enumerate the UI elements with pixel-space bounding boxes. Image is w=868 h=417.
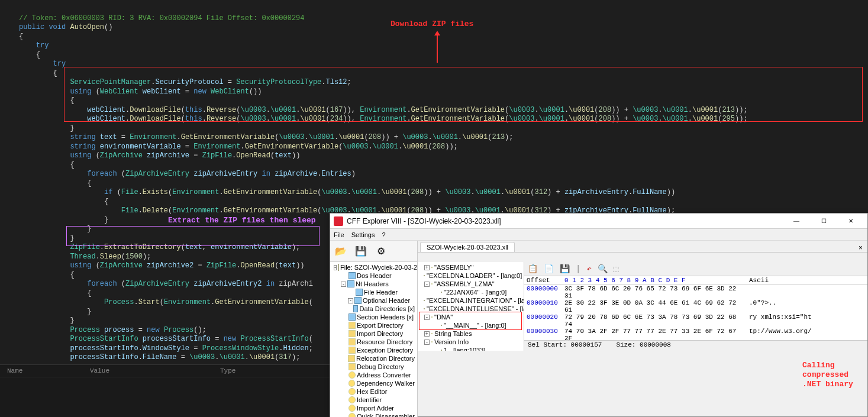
resource-item[interactable]: "__MAIN__" - [lang:0] [419,321,522,329]
titlebar[interactable]: CFF Explorer VIII - [SZOI-Wyciek-20-03-2… [330,214,867,229]
tree-item[interactable]: Data Directories [x] [331,305,416,313]
resource-item[interactable]: +String Tables [419,329,522,338]
resource-item[interactable]: +"ASSEMBLY" [419,263,522,271]
status-sel: Sel Start: 00000157 [528,341,602,350]
status-bar: Sel Start: 00000157 Size: 00000008 [524,340,867,351]
status-size: Size: 00000008 [616,341,670,350]
resource-item[interactable]: -Version Info [419,338,522,346]
tree-item[interactable]: Quick Disassembler [331,412,416,417]
tree-item[interactable]: Identifier [331,396,416,404]
pe-tree[interactable]: -File: SZOI-Wyciek-20-03-2023.xllDos Hea… [330,262,418,417]
save-icon[interactable]: 💾 [354,244,368,258]
open-icon[interactable]: 📂 [334,244,348,258]
tree-item[interactable]: Import Directory [331,329,416,338]
hex-toolbar: 📋 📄 💾 | ↶ 🔍 ⬚ [524,262,867,276]
code-comment: // Token: 0x06000003 RID: 3 RVA: 0x00002… [19,14,304,22]
hex-row[interactable]: 0000003074 70 3A 2F 2F 77 77 77 2E 77 33… [524,328,867,340]
tree-item[interactable]: Debug Directory [331,363,416,371]
tree-item[interactable]: Hex Editor [331,387,416,396]
resource-item[interactable]: "22JANX64" - [lang:0] [419,288,522,296]
paste-icon[interactable]: 📄 [544,264,554,274]
goto-icon[interactable]: ⬚ [614,264,618,274]
tree-item[interactable]: File Header [331,288,416,296]
resource-item[interactable]: "EXCELDNA.LOADER" - [lang:0] [419,271,522,280]
tree-item[interactable]: Dependency Walker [331,379,416,387]
menu-settings[interactable]: Settings [351,231,375,238]
resource-item[interactable]: -"DNA" [419,313,522,321]
resource-tree[interactable]: +"ASSEMBLY""EXCELDNA.LOADER" - [lang:0]-… [418,262,524,351]
resource-item[interactable]: -"ASSEMBLY_LZMA" [419,280,522,288]
resource-item[interactable]: "EXCELDNA.INTELLISENSE" - [lang:0] [419,305,522,313]
find-icon[interactable]: 🔍 [598,264,608,274]
app-icon [334,216,343,226]
menubar[interactable]: File Settings ? [330,229,867,241]
tree-item[interactable]: Export Directory [331,321,416,329]
annotation-download-label: Download ZIP files [391,20,473,28]
tree-item[interactable]: -Optional Header [331,296,416,305]
cff-explorer-window[interactable]: CFF Explorer VIII - [SZOI-Wyciek-20-03-2… [330,213,868,417]
hex-view[interactable]: 📋 📄 💾 | ↶ 🔍 ⬚ Offset 0 1 2 3 4 5 6 7 8 9… [524,262,867,351]
settings-icon[interactable]: ⚙ [374,244,388,258]
col-type[interactable]: Type [218,366,253,376]
col-name[interactable]: Name [5,366,88,376]
hex-row[interactable]: 000000102E 30 22 3F 3E 0D 0A 3C 44 6E 61… [524,299,867,313]
tree-item[interactable]: Import Adder [331,404,416,412]
tree-item[interactable]: -Nt Headers [331,280,416,288]
tree-item[interactable]: -File: SZOI-Wyciek-20-03-2023.xll [331,263,416,271]
maximize-button[interactable]: ☐ [811,215,837,228]
hex-row[interactable]: 0000002072 79 20 78 6D 6C 6E 73 3A 78 73… [524,313,867,328]
annotation-extract-label: Extract the ZIP files then sleep [168,216,316,225]
menu-file[interactable]: File [334,231,344,238]
close-button[interactable]: ✕ [838,215,864,228]
resource-item[interactable]: 1 - [lang:1033] [419,346,522,351]
window-title: CFF Explorer VIII - [SZOI-Wyciek-20-03-2… [347,217,783,225]
col-value[interactable]: Value [88,366,218,376]
resource-item[interactable]: "EXCELDNA.INTEGRATION" - [lang:0] [419,296,522,305]
tree-item[interactable]: Exception Directory [331,346,416,354]
copy-icon[interactable]: 📋 [528,264,538,274]
tree-item[interactable]: Resource Directory [331,338,416,346]
save-hex-icon[interactable]: 💾 [560,264,570,274]
minimize-button[interactable]: — [783,215,809,228]
menu-help[interactable]: ? [382,231,385,238]
left-toolbar: 📂 💾 ⚙ [330,241,418,262]
annotation-calling-label: Calling compressed .NET binary [802,361,864,389]
tree-item[interactable]: Dos Header [331,271,416,280]
file-tab[interactable]: SZOI-Wyciek-20-03-2023.xll [420,242,515,252]
hex-row[interactable]: 000000003C 3F 78 6D 6C 20 76 65 72 73 69… [524,285,867,299]
arrow-icon [437,34,438,63]
undo-icon[interactable]: ↶ [586,264,591,274]
hex-header: Offset 0 1 2 3 4 5 6 7 8 9 A B C D E F A… [524,276,867,285]
tree-item[interactable]: Address Converter [331,371,416,379]
tree-item[interactable]: Relocation Directory [331,354,416,363]
tab-close-icon[interactable]: × [859,244,863,252]
tree-item[interactable]: Section Headers [x] [331,313,416,321]
tab-bar[interactable]: SZOI-Wyciek-20-03-2023.xll × [418,241,867,253]
